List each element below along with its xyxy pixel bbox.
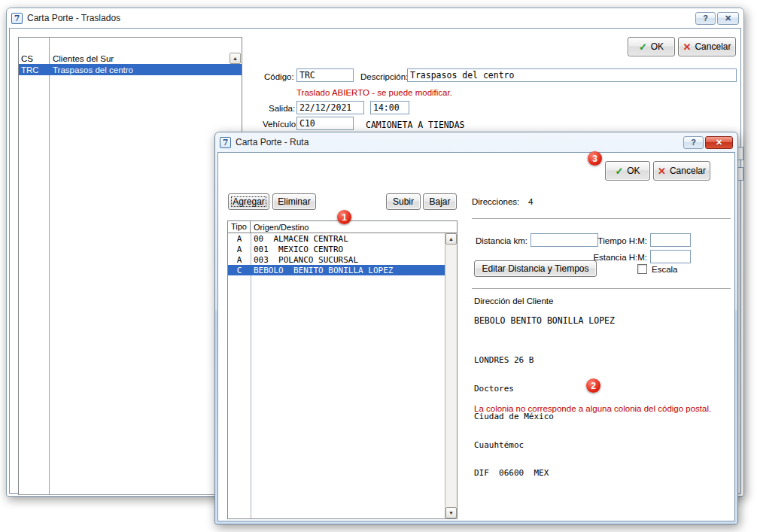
tiempo-label: Tiempo H:M: [572,236,647,245]
eliminar-label: Eliminar [278,196,310,207]
ruta-cancel-button[interactable]: ✕ Cancelar [653,161,710,181]
cell-tipo: A [228,234,251,244]
cliente-name: BEBOLO BENITO BONILLA LOPEZ [474,315,615,326]
traslados-cancel-button[interactable]: ✕ Cancelar [678,37,736,56]
bajar-label: Bajar [429,196,450,207]
ruta-titlebar[interactable]: 7 Carta Porte - Ruta ? ✕ [215,132,737,152]
close-icon[interactable]: ✕ [705,136,733,149]
ruta-client-area: ✓ OK ✕ Cancelar Agregar Eliminar Subir B… [217,152,735,521]
salida-time-input[interactable]: 14:00 [370,101,409,114]
table-column-divider [251,233,251,518]
traslados-window-title: Carta Porte - Traslados [27,13,120,23]
subir-label: Subir [393,196,414,207]
descripcion-label: Descripción: [360,72,408,81]
distancia-label: Distancia km: [472,236,527,245]
cell-tipo: A [228,255,251,265]
separator [472,218,731,220]
scroll-up-icon[interactable]: ▲ [230,53,241,64]
ok-label: OK [651,41,664,52]
column-header-tipo: Tipo [228,221,251,233]
ruta-window-title: Carta Porte - Ruta [236,137,309,147]
app-icon: 7 [11,13,23,24]
colonia-warning-message: La colonia no corresponde a alguna colon… [474,404,711,413]
vehiculo-input[interactable]: C10 [296,117,354,130]
column-header-origen-destino: Origen/Destino [251,223,457,232]
cell-destino: BEBOLO BENITO BONILLA LOPEZ [251,266,393,275]
table-row[interactable]: A 00 ALMACEN CENTRAL [228,233,445,244]
list-item-name: Traspasos del centro [50,65,133,74]
traslados-ok-button[interactable]: ✓ OK [628,37,675,56]
salida-date-input[interactable]: 22/12/2021 [296,101,364,114]
close-icon[interactable]: ✕ [717,12,739,25]
address-line: LONDRES 26 B [474,356,554,366]
escala-checkbox[interactable] [637,264,647,274]
annotation-badge-1: 1 [337,210,351,224]
cell-tipo: A [228,245,251,254]
codigo-label: Código: [264,72,294,81]
table-row[interactable]: A 003 POLANCO SUCURSAL [228,254,445,265]
check-icon: ✓ [639,41,647,53]
desktop: 7 Carta Porte - Traslados ? ✕ ✓ OK ✕ Can… [0,0,757,532]
bajar-button[interactable]: Bajar [423,193,457,210]
list-item[interactable]: CS Clientes del Sur [19,53,242,64]
cell-tipo: C [228,266,251,275]
address-line: DIF 06600 MEX [474,469,554,479]
direccion-cliente-heading: Dirección del Cliente [474,296,553,306]
direcciones-label: Direcciones: [472,197,519,206]
vehiculo-label: Vehículo: [263,120,298,129]
address-line: Doctores [474,385,554,394]
direcciones-count: 4 [528,197,533,206]
annotation-badge-2: 2 [586,378,600,393]
eliminar-button[interactable]: Eliminar [272,193,316,210]
scroll-up-icon[interactable]: ▲ [445,233,457,245]
ruta-ok-button[interactable]: ✓ OK [605,161,650,181]
address-line: Ciudad de México [474,412,554,422]
cell-destino: 001 MEXICO CENTRO [251,245,343,254]
traslados-titlebar[interactable]: 7 Carta Porte - Traslados ? ✕ [7,8,743,28]
ruta-window: 7 Carta Porte - Ruta ? ✕ ✓ OK ✕ Cancelar… [214,132,738,524]
agregar-label: Agregar [233,196,265,207]
help-icon[interactable]: ? [695,12,716,25]
cancel-label: Cancelar [695,41,731,52]
list-item-code: CS [19,54,50,63]
cancel-label: Cancelar [670,166,706,176]
estancia-input[interactable] [650,250,691,263]
ok-label: OK [627,166,640,176]
editar-label: Editar Distancia y Tiempos [482,263,588,274]
subir-button[interactable]: Subir [386,193,421,210]
scroll-down-icon[interactable]: ▼ [445,507,457,518]
cell-destino: 003 POLANCO SUCURSAL [251,255,358,265]
annotation-badge-3: 3 [588,151,602,166]
escala-label: Escala [652,265,678,274]
descripcion-input[interactable]: Traspasos del centro [407,68,737,82]
table-scrollbar[interactable]: ▲ ▼ [445,233,457,518]
address-line: Cuauhtémoc [474,441,554,451]
route-table: Tipo Origen/Destino A 00 ALMACEN CENTRAL… [227,220,458,519]
agregar-button[interactable]: Agregar [228,193,269,210]
editar-distancia-button[interactable]: Editar Distancia y Tiempos [474,260,597,277]
app-icon: 7 [220,137,231,148]
cell-destino: 00 ALMACEN CENTRAL [251,234,348,244]
help-icon[interactable]: ? [683,136,704,149]
cross-icon: ✕ [658,166,666,177]
traslados-list: CS Clientes del Sur TRC Traspasos del ce… [18,37,242,495]
list-column-divider [49,38,50,494]
tiempo-input[interactable] [650,233,691,247]
cross-icon: ✕ [683,41,692,53]
codigo-input[interactable]: TRC [296,68,354,82]
check-icon: ✓ [615,166,623,177]
cliente-address: LONDRES 26 B Doctores Ciudad de México C… [474,337,554,497]
separator [472,288,731,290]
salida-label: Salida: [269,104,295,113]
traslado-status-message: Traslado ABIERTO - se puede modificar. [296,88,452,97]
table-row[interactable]: A 001 MEXICO CENTRO [228,244,445,254]
vehiculo-name-text: CAMIONETA A TIENDAS [366,120,465,130]
table-row-selected[interactable]: C BEBOLO BENITO BONILLA LOPEZ [228,265,445,275]
list-item-code: TRC [19,65,50,74]
list-item-selected[interactable]: TRC Traspasos del centro [19,64,242,75]
list-item-name: Clientes del Sur [50,54,114,63]
